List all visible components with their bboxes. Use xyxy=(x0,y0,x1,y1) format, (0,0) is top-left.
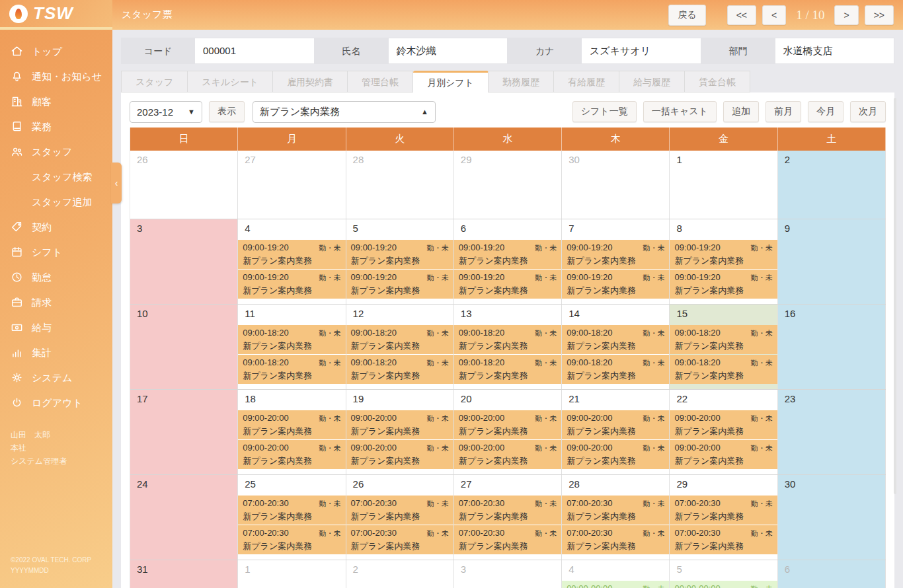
calendar-day-cell[interactable]: 2109:00-20:00勤・未新プラン案内業務09:00-20:00勤・未新プ… xyxy=(562,390,670,474)
calendar-day-cell[interactable]: 1209:00-18:20勤・未新プラン案内業務09:00-18:20勤・未新プ… xyxy=(346,305,454,389)
sidebar-item-13[interactable]: システム xyxy=(0,365,112,390)
shift-chip[interactable]: 09:00-20:00勤・未新プラン案内業務 xyxy=(454,440,561,469)
sidebar-item-0[interactable]: トップ xyxy=(0,39,112,64)
shift-chip[interactable]: 09:00-20:00勤・未新プラン案内業務 xyxy=(670,410,777,439)
plan-select[interactable]: 新プラン案内業務 ▲ xyxy=(253,101,436,123)
scrollbar[interactable] xyxy=(894,98,896,494)
shift-chip[interactable]: 09:00-19:20勤・未新プラン案内業務 xyxy=(346,240,453,269)
calendar-day-cell[interactable]: 1509:00-18:20勤・未新プラン案内業務09:00-18:20勤・未新プ… xyxy=(670,305,777,389)
calendar-day-cell[interactable]: 509:00-19:20勤・未新プラン案内業務09:00-19:20勤・未新プラ… xyxy=(346,219,454,304)
tab-管理台帳[interactable]: 管理台帳 xyxy=(348,71,413,92)
prev-page-button[interactable]: < xyxy=(762,5,786,25)
calendar-day-cell[interactable]: 2507:00-20:30勤・未新プラン案内業務07:00-20:30勤・未新プ… xyxy=(238,475,346,560)
calendar-day-cell[interactable]: 29 xyxy=(454,151,562,219)
calendar-day-cell[interactable]: 3 xyxy=(454,560,562,588)
shift-chip[interactable]: 09:00-18:20勤・未新プラン案内業務 xyxy=(454,325,561,354)
calendar-day-cell[interactable]: 9 xyxy=(778,219,886,304)
calendar-day-cell[interactable]: 1 xyxy=(670,151,777,219)
field-value[interactable]: 水道橋支店 xyxy=(775,38,894,63)
calendar-day-cell[interactable]: 1 xyxy=(238,560,346,588)
calendar-day-cell[interactable]: 500:00-00:00勤・未新プラン案内業務 xyxy=(670,560,777,588)
sidebar-item-3[interactable]: 業務 xyxy=(0,114,112,139)
calendar-day-cell[interactable]: 1409:00-18:20勤・未新プラン案内業務09:00-18:20勤・未新プ… xyxy=(562,305,670,389)
field-value[interactable]: 鈴木沙織 xyxy=(389,38,508,63)
shift-chip[interactable]: 09:00-19:20勤・未新プラン案内業務 xyxy=(562,240,669,269)
calendar-day-cell[interactable]: 1309:00-18:20勤・未新プラン案内業務09:00-18:20勤・未新プ… xyxy=(454,305,562,389)
calendar-day-cell[interactable]: 609:00-19:20勤・未新プラン案内業務09:00-19:20勤・未新プラ… xyxy=(454,219,562,304)
sidebar-collapse-handle[interactable]: ‹ xyxy=(111,163,122,203)
shift-chip[interactable]: 09:00-18:20勤・未新プラン案内業務 xyxy=(238,355,345,384)
shift-chip[interactable]: 00:00-00:00勤・未新プラン案内業務 xyxy=(562,581,669,588)
shift-chip[interactable]: 07:00-20:30勤・未新プラン案内業務 xyxy=(454,496,561,525)
toolbar-button-一括キャスト[interactable]: 一括キャスト xyxy=(643,101,717,122)
calendar-day-cell[interactable]: 30 xyxy=(778,475,886,560)
field-value[interactable]: 000001 xyxy=(195,38,314,63)
calendar-day-cell[interactable]: 2807:00-20:30勤・未新プラン案内業務07:00-20:30勤・未新プ… xyxy=(562,475,670,560)
calendar-day-cell[interactable]: 3 xyxy=(130,219,238,304)
shift-chip[interactable]: 09:00-19:20勤・未新プラン案内業務 xyxy=(454,270,561,299)
shift-chip[interactable]: 07:00-20:30勤・未新プラン案内業務 xyxy=(346,525,453,554)
shift-chip[interactable]: 09:00-18:20勤・未新プラン案内業務 xyxy=(238,325,345,354)
first-page-button[interactable]: << xyxy=(727,5,756,25)
shift-chip[interactable]: 09:00-18:20勤・未新プラン案内業務 xyxy=(454,355,561,384)
calendar-day-cell[interactable]: 30 xyxy=(562,151,670,219)
calendar-day-cell[interactable]: 709:00-19:20勤・未新プラン案内業務09:00-19:20勤・未新プラ… xyxy=(562,219,670,304)
shift-chip[interactable]: 09:00-19:20勤・未新プラン案内業務 xyxy=(454,240,561,269)
shift-chip[interactable]: 09:00-18:20勤・未新プラン案内業務 xyxy=(670,355,777,384)
month-select[interactable]: 2023-12 ▼ xyxy=(130,101,202,123)
shift-chip[interactable]: 09:00-19:20勤・未新プラン案内業務 xyxy=(346,270,453,299)
shift-chip[interactable]: 09:00-20:00勤・未新プラン案内業務 xyxy=(346,440,453,469)
calendar-day-cell[interactable]: 10 xyxy=(130,305,238,389)
shift-chip[interactable]: 07:00-20:30勤・未新プラン案内業務 xyxy=(238,525,345,554)
sidebar-item-2[interactable]: 顧客 xyxy=(0,89,112,114)
calendar-day-cell[interactable]: 2707:00-20:30勤・未新プラン案内業務07:00-20:30勤・未新プ… xyxy=(454,475,562,560)
calendar-day-cell[interactable]: 1909:00-20:00勤・未新プラン案内業務09:00-20:00勤・未新プ… xyxy=(346,390,454,474)
shift-chip[interactable]: 09:00-19:20勤・未新プラン案内業務 xyxy=(670,240,777,269)
tab-スキルシート[interactable]: スキルシート xyxy=(188,71,273,92)
toolbar-button-今月[interactable]: 今月 xyxy=(808,101,844,122)
sidebar-item-8[interactable]: シフト xyxy=(0,240,112,265)
calendar-day-cell[interactable]: 31 xyxy=(130,560,238,588)
shift-chip[interactable]: 07:00-20:30勤・未新プラン案内業務 xyxy=(562,525,669,554)
calendar-day-cell[interactable]: 400:00-00:00勤・未新プラン案内業務 xyxy=(562,560,670,588)
shift-chip[interactable]: 09:00-18:20勤・未新プラン案内業務 xyxy=(670,325,777,354)
sidebar-item-14[interactable]: ログアウト xyxy=(0,390,112,416)
tab-賃金台帳[interactable]: 賃金台帳 xyxy=(685,71,750,92)
calendar-day-cell[interactable]: 26 xyxy=(130,151,238,219)
sidebar-item-11[interactable]: 給与 xyxy=(0,315,112,340)
calendar-day-cell[interactable]: 809:00-19:20勤・未新プラン案内業務09:00-19:20勤・未新プラ… xyxy=(670,219,777,304)
shift-chip[interactable]: 07:00-20:30勤・未新プラン案内業務 xyxy=(346,496,453,525)
shift-chip[interactable]: 09:00-20:00勤・未新プラン案内業務 xyxy=(238,440,345,469)
sidebar-item-1[interactable]: 通知・お知らせ xyxy=(0,64,112,89)
tab-給与履歴[interactable]: 給与履歴 xyxy=(619,71,685,92)
shift-chip[interactable]: 07:00-20:30勤・未新プラン案内業務 xyxy=(454,525,561,554)
calendar-day-cell[interactable]: 2607:00-20:30勤・未新プラン案内業務07:00-20:30勤・未新プ… xyxy=(346,475,454,560)
calendar-day-cell[interactable]: 2907:00-20:30勤・未新プラン案内業務07:00-20:30勤・未新プ… xyxy=(670,475,777,560)
shift-chip[interactable]: 09:00-20:00勤・未新プラン案内業務 xyxy=(238,410,345,439)
tab-勤務履歴[interactable]: 勤務履歴 xyxy=(489,71,554,92)
calendar-day-cell[interactable]: 2 xyxy=(778,151,886,219)
calendar-day-cell[interactable]: 2009:00-20:00勤・未新プラン案内業務09:00-20:00勤・未新プ… xyxy=(454,390,562,474)
tab-月別シフト[interactable]: 月別シフト xyxy=(413,71,489,92)
calendar-day-cell[interactable]: 17 xyxy=(130,390,238,474)
back-button[interactable]: 戻る xyxy=(668,5,705,26)
toolbar-button-追加[interactable]: 追加 xyxy=(723,101,759,122)
shift-chip[interactable]: 07:00-20:30勤・未新プラン案内業務 xyxy=(562,496,669,525)
shift-chip[interactable]: 09:00-20:00勤・未新プラン案内業務 xyxy=(454,410,561,439)
shift-chip[interactable]: 07:00-20:30勤・未新プラン案内業務 xyxy=(238,496,345,525)
shift-chip[interactable]: 09:00-18:20勤・未新プラン案内業務 xyxy=(562,355,669,384)
calendar-day-cell[interactable]: 1109:00-18:20勤・未新プラン案内業務09:00-18:20勤・未新プ… xyxy=(238,305,346,389)
shift-chip[interactable]: 07:00-20:30勤・未新プラン案内業務 xyxy=(670,496,777,525)
shift-chip[interactable]: 09:00-19:20勤・未新プラン案内業務 xyxy=(238,270,345,299)
shift-chip[interactable]: 09:00-18:20勤・未新プラン案内業務 xyxy=(346,325,453,354)
sidebar-item-7[interactable]: 契約 xyxy=(0,215,112,240)
calendar-day-cell[interactable]: 6 xyxy=(778,560,886,588)
shift-chip[interactable]: 00:00-00:00勤・未新プラン案内業務 xyxy=(670,581,777,588)
sidebar-item-10[interactable]: 請求 xyxy=(0,290,112,315)
calendar-day-cell[interactable]: 2209:00-20:00勤・未新プラン案内業務09:00-20:00勤・未新プ… xyxy=(670,390,777,474)
toolbar-button-次月[interactable]: 次月 xyxy=(850,101,886,122)
calendar-day-cell[interactable]: 2 xyxy=(346,560,454,588)
toolbar-button-前月[interactable]: 前月 xyxy=(766,101,801,122)
shift-chip[interactable]: 09:00-18:20勤・未新プラン案内業務 xyxy=(346,355,453,384)
shift-chip[interactable]: 09:00-19:20勤・未新プラン案内業務 xyxy=(562,270,669,299)
